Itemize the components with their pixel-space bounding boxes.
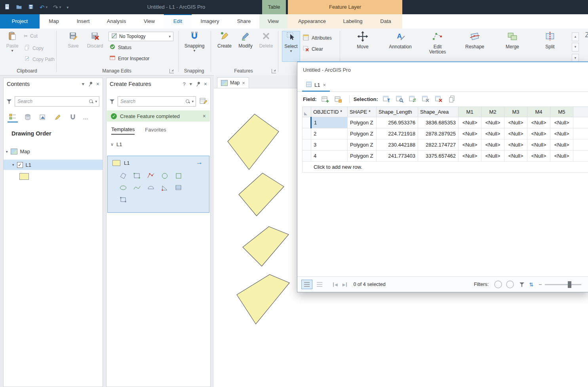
select-button[interactable]: Select ▾: [282, 31, 300, 62]
tab-data[interactable]: Data: [372, 14, 400, 29]
clear-table-selection-icon[interactable]: [421, 95, 430, 103]
map-tab-close-icon[interactable]: ×: [242, 80, 245, 86]
paste-button[interactable]: Paste ▾: [3, 31, 21, 52]
tab-imagery[interactable]: Imagery: [192, 14, 228, 29]
l1-visibility-checkbox[interactable]: ✓: [17, 162, 23, 168]
row-height-slider[interactable]: [545, 284, 581, 285]
row-selector[interactable]: [303, 139, 311, 151]
list-by-drawing-order-icon[interactable]: [8, 112, 18, 122]
map-polygon-2[interactable]: [239, 173, 284, 216]
ribbon-scroll-up-button[interactable]: ▴: [572, 32, 579, 41]
toc-layer-l1-node[interactable]: ▾ ✓ L1: [4, 160, 103, 170]
tool-right-angle-icon[interactable]: [160, 183, 170, 193]
table-tab-l1[interactable]: L1 ×: [302, 79, 330, 92]
create-features-filter-icon[interactable]: [110, 99, 114, 104]
tool-rectangle-icon[interactable]: [132, 171, 142, 181]
create-features-help-icon[interactable]: ?: [183, 82, 186, 87]
tab-labeling[interactable]: Labeling: [334, 14, 372, 29]
ribbon-scroll-down-button[interactable]: ▾: [572, 43, 579, 51]
delete-button[interactable]: Delete: [257, 31, 275, 49]
add-field-icon[interactable]: [320, 95, 330, 103]
qat-new-project-icon[interactable]: [4, 4, 10, 11]
list-by-visibility-icon[interactable]: [38, 112, 48, 122]
tab-edit[interactable]: Edit: [164, 14, 192, 29]
tab-table-view[interactable]: View: [259, 14, 287, 29]
row-selector[interactable]: [303, 117, 311, 128]
slider-handle[interactable]: [568, 281, 571, 288]
l1-node-expander-icon[interactable]: ▾: [12, 163, 14, 167]
add-new-row[interactable]: Click to add new row.: [303, 162, 588, 173]
qat-redo-button[interactable]: ↷ ▾: [53, 4, 61, 10]
contents-filter-icon[interactable]: [7, 99, 11, 104]
tool-polygon-icon[interactable]: [118, 171, 128, 181]
list-by-snapping-icon[interactable]: [68, 112, 78, 122]
copy-button[interactable]: Copy: [24, 44, 44, 52]
map-polygon-3[interactable]: [243, 227, 289, 266]
status-button[interactable]: Status: [109, 44, 131, 51]
clipped-ribbon-button[interactable]: Z: [581, 31, 588, 39]
error-inspector-button[interactable]: Error Inspector: [109, 55, 149, 62]
template-active-arrow-icon[interactable]: →: [196, 158, 203, 166]
qat-save-project-icon[interactable]: [28, 4, 34, 11]
qat-customize-caret-icon[interactable]: ▾: [67, 5, 69, 10]
create-features-close-icon[interactable]: ×: [204, 81, 207, 87]
column-header-m4[interactable]: M4: [527, 107, 550, 117]
tool-trace-icon[interactable]: [173, 183, 184, 193]
column-header-m5[interactable]: M5: [550, 107, 573, 117]
map-polygon-4[interactable]: [237, 275, 289, 324]
list-by-editing-icon[interactable]: [53, 112, 63, 122]
first-record-icon[interactable]: ◀: [333, 282, 338, 287]
tab-favorites[interactable]: Favorites: [145, 127, 166, 134]
manage-edits-dialog-launcher[interactable]: [169, 69, 174, 73]
tab-analysis[interactable]: Analysis: [98, 14, 135, 29]
filter-funnel-icon[interactable]: [519, 282, 524, 287]
column-header-objectid[interactable]: OBJECTID *: [311, 107, 348, 117]
zoom-to-selection-icon[interactable]: [395, 95, 404, 103]
table-view-toggle-icon[interactable]: [301, 280, 312, 289]
contents-pin-icon[interactable]: [87, 81, 93, 87]
template-group-l1[interactable]: ∨ L1: [110, 141, 122, 147]
modify-button[interactable]: Modify: [236, 31, 255, 49]
tab-project[interactable]: Project: [0, 14, 40, 29]
contents-close-icon[interactable]: ×: [96, 81, 99, 87]
column-header-m2[interactable]: M2: [481, 107, 504, 117]
table-row[interactable]: 2 Polygon Z 224.721918 2878.287925 <Null…: [303, 128, 588, 139]
split-button[interactable]: Split: [538, 31, 562, 50]
tool-ellipse-icon[interactable]: [118, 183, 128, 193]
create-button[interactable]: Create: [215, 31, 234, 49]
tab-view[interactable]: View: [135, 14, 164, 29]
contents-search-caret-icon[interactable]: ▾: [95, 99, 97, 103]
switch-selection-icon[interactable]: [408, 95, 417, 103]
cut-button[interactable]: ✂ Cut: [24, 33, 38, 39]
merge-button[interactable]: Merge: [500, 31, 525, 50]
row-selector[interactable]: [303, 128, 311, 139]
sort-toggle-icon[interactable]: ⇅: [529, 282, 533, 288]
tab-templates[interactable]: Templates: [111, 126, 135, 135]
tool-freehand-icon[interactable]: [132, 183, 142, 193]
list-by-data-source-icon[interactable]: [23, 112, 33, 122]
map-view-tab[interactable]: Map ×: [217, 77, 249, 88]
discard-edits-button[interactable]: Discard: [85, 31, 105, 49]
tab-map[interactable]: Map: [40, 14, 68, 29]
column-header-shape-length[interactable]: Shape_Length: [377, 107, 418, 117]
row-selector[interactable]: [303, 151, 311, 162]
calculate-field-icon[interactable]: =: [333, 95, 343, 103]
qat-undo-button[interactable]: ↶ ▾: [40, 4, 48, 10]
move-button[interactable]: Move: [350, 31, 375, 50]
features-dialog-launcher[interactable]: [272, 69, 276, 73]
tab-insert[interactable]: Insert: [68, 14, 98, 29]
column-header-shape[interactable]: SHAPE *: [348, 107, 377, 117]
table-row[interactable]: 1 Polygon Z 256.953376 3836.685353 <Null…: [303, 117, 588, 128]
map-node-expander-icon[interactable]: ▾: [6, 150, 8, 154]
table-row[interactable]: 3 Polygon Z 230.442188 2822.174727 <Null…: [303, 139, 588, 151]
manage-templates-icon[interactable]: [199, 97, 207, 106]
l1-legend-swatch[interactable]: [19, 173, 29, 180]
template-card-l1[interactable]: L1 →: [107, 156, 209, 213]
zoom-out-icon[interactable]: –: [539, 282, 542, 287]
table-tab-close-icon[interactable]: ×: [323, 82, 326, 88]
table-row[interactable]: 4 Polygon Z 241.773403 3375.657462 <Null…: [303, 151, 588, 162]
copy-path-button[interactable]: Copy Path: [24, 55, 55, 63]
delete-selection-icon[interactable]: [434, 95, 443, 103]
toc-more-icon[interactable]: …: [83, 114, 89, 120]
annotation-button[interactable]: A Annotation: [387, 31, 413, 50]
